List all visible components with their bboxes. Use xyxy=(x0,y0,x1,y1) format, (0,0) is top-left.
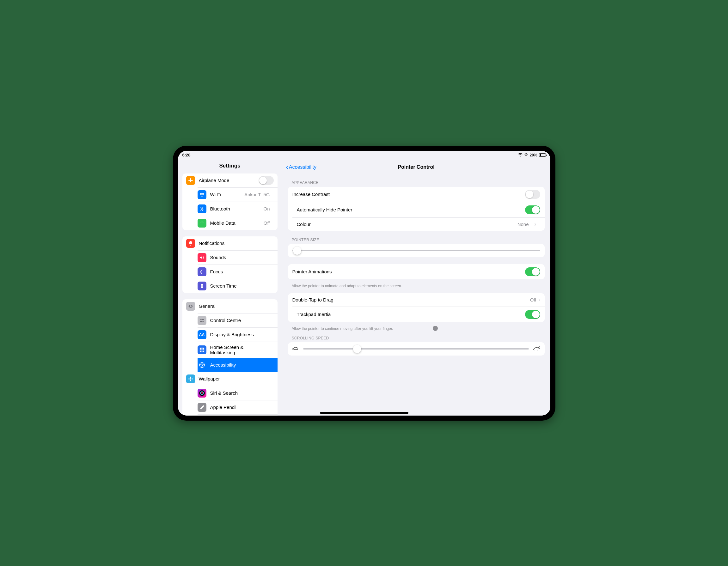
sidebar-item-home-screen[interactable]: Home Screen & Multitasking xyxy=(198,342,278,358)
wifi-icon xyxy=(198,190,206,199)
scrolling-speed-slider[interactable] xyxy=(303,348,529,350)
scrolling-speed-group xyxy=(288,342,545,356)
sidebar-item-label: Airplane Mode xyxy=(199,178,259,183)
auto-hide-label: Automatically Hide Pointer xyxy=(297,207,521,212)
appearance-group: Increase Contrast Automatically Hide Poi… xyxy=(288,187,545,231)
sidebar-item-label: Wallpaper xyxy=(199,376,270,381)
status-time: 6:28 xyxy=(182,153,191,157)
auto-hide-pointer-row[interactable]: Automatically Hide Pointer xyxy=(292,202,545,217)
colour-row[interactable]: Colour None › xyxy=(292,217,545,231)
svg-point-16 xyxy=(201,363,202,364)
grid-icon xyxy=(198,345,206,354)
sidebar-item-label: Notifications xyxy=(199,240,274,246)
status-bar: 6:28 20% xyxy=(178,151,550,158)
sidebar-item-wallpaper[interactable]: Wallpaper xyxy=(182,372,278,386)
status-right: 20% xyxy=(518,153,546,157)
sidebar-item-value: Ankur T_5G xyxy=(244,192,270,197)
detail-pane: ‹ Accessibility Pointer Control APPEARAN… xyxy=(282,151,550,416)
sidebar-group: NotificationsSoundsFocusScreen Time xyxy=(182,236,278,293)
increase-contrast-switch[interactable] xyxy=(525,190,540,199)
pointer-size-header: POINTER SIZE xyxy=(282,233,550,244)
sidebar-item-label: Control Centre xyxy=(210,318,270,323)
airplane-switch[interactable] xyxy=(259,176,274,185)
increase-contrast-row[interactable]: Increase Contrast xyxy=(288,187,545,202)
pointer-animations-switch[interactable] xyxy=(525,267,540,276)
pointer-size-slider-row[interactable] xyxy=(288,244,545,257)
sidebar-item-label: Mobile Data xyxy=(210,220,260,226)
sidebar-item-sounds[interactable]: Sounds xyxy=(198,250,278,265)
sidebar-item-wifi[interactable]: Wi-FiAnkur T_5G xyxy=(198,187,278,202)
rotation-lock-icon xyxy=(524,153,528,157)
svg-point-0 xyxy=(526,154,527,155)
sidebar-item-focus[interactable]: Focus xyxy=(198,265,278,279)
pencil-icon xyxy=(198,403,206,412)
chevron-right-icon: › xyxy=(535,221,536,228)
sidebar-item-face-id[interactable]: Face ID & Passcode xyxy=(198,414,278,416)
settings-sidebar: Settings Airplane ModeWi-FiAnkur T_5GBlu… xyxy=(178,151,282,416)
svg-point-21 xyxy=(191,378,193,379)
sidebar-item-label: Siri & Search xyxy=(210,390,270,396)
sidebar-item-label: Home Screen & Multitasking xyxy=(210,344,270,355)
svg-rect-9 xyxy=(200,349,201,350)
svg-rect-8 xyxy=(203,348,204,349)
home-indicator[interactable] xyxy=(320,412,408,414)
antenna-icon xyxy=(198,219,206,228)
scrolling-speed-slider-row[interactable] xyxy=(288,342,545,356)
colour-label: Colour xyxy=(297,222,514,227)
svg-point-17 xyxy=(190,378,191,380)
sidebar-item-mobile-data[interactable]: Mobile DataOff xyxy=(198,216,278,230)
trackpad-inertia-switch[interactable] xyxy=(525,310,540,319)
svg-rect-13 xyxy=(201,351,202,352)
slider-thumb[interactable] xyxy=(293,246,301,255)
sidebar-item-accessibility[interactable]: Accessibility xyxy=(198,358,278,372)
sidebar-item-apple-pencil[interactable]: Apple Pencil xyxy=(198,400,278,414)
back-label: Accessibility xyxy=(289,164,316,170)
svg-point-22 xyxy=(199,390,205,396)
auto-hide-switch[interactable] xyxy=(525,205,540,214)
sidebar-item-airplane[interactable]: Airplane Mode xyxy=(182,173,278,187)
sidebar-item-label: Apple Pencil xyxy=(210,405,270,410)
sidebar-title: Settings xyxy=(178,160,282,173)
sidebar-item-value: Off xyxy=(264,220,270,226)
flower-icon xyxy=(186,374,195,383)
pointer-size-slider[interactable] xyxy=(292,250,540,251)
sidebar-item-control-centre[interactable]: Control Centre xyxy=(198,313,278,327)
battery-icon xyxy=(539,153,546,157)
sidebar-item-label: Display & Brightness xyxy=(210,332,270,337)
sidebar-item-display[interactable]: AADisplay & Brightness xyxy=(198,327,278,342)
airplane-icon xyxy=(186,176,195,185)
sidebar-item-label: Screen Time xyxy=(210,283,270,289)
drag-group: Double-Tap to Drag Off › Trackpad Inerti… xyxy=(288,293,545,322)
sidebar-item-general[interactable]: General xyxy=(182,299,278,313)
pointer-animations-row[interactable]: Pointer Animations xyxy=(288,264,545,279)
tortoise-icon xyxy=(292,346,299,352)
detail-header: ‹ Accessibility Pointer Control xyxy=(282,160,550,174)
double-tap-drag-row[interactable]: Double-Tap to Drag Off › xyxy=(288,293,545,307)
battery-percent: 20% xyxy=(529,153,537,157)
pointer-animations-footer: Allow the pointer to animate and adapt t… xyxy=(282,282,550,289)
bluetooth-icon xyxy=(198,204,206,213)
appearance-header: APPEARANCE xyxy=(282,176,550,187)
trackpad-inertia-row[interactable]: Trackpad Inertia xyxy=(292,307,545,322)
pointer-animations-group: Pointer Animations xyxy=(288,264,545,279)
wifi-status-icon xyxy=(518,153,523,157)
back-button[interactable]: ‹ Accessibility xyxy=(286,160,316,174)
trackpad-inertia-footer: Allow the pointer to continue moving aft… xyxy=(282,325,550,332)
sidebar-item-screen-time[interactable]: Screen Time xyxy=(198,279,278,293)
svg-rect-6 xyxy=(200,348,201,349)
sidebar-item-notifications[interactable]: Notifications xyxy=(182,236,278,250)
pointer-size-group xyxy=(288,244,545,257)
switches-icon xyxy=(198,316,206,325)
slider-thumb[interactable] xyxy=(353,345,361,353)
sidebar-item-bluetooth[interactable]: BluetoothOn xyxy=(198,202,278,216)
sidebar-item-siri[interactable]: Siri & Search xyxy=(198,386,278,400)
moon-icon xyxy=(198,267,206,276)
svg-point-2 xyxy=(200,319,201,320)
bell-icon xyxy=(186,239,195,248)
chevron-left-icon: ‹ xyxy=(286,164,288,171)
hare-icon xyxy=(533,346,540,352)
text-size-icon: AA xyxy=(198,330,206,339)
colour-value: None xyxy=(517,222,529,227)
siri-icon xyxy=(198,389,206,398)
svg-point-19 xyxy=(190,380,191,381)
